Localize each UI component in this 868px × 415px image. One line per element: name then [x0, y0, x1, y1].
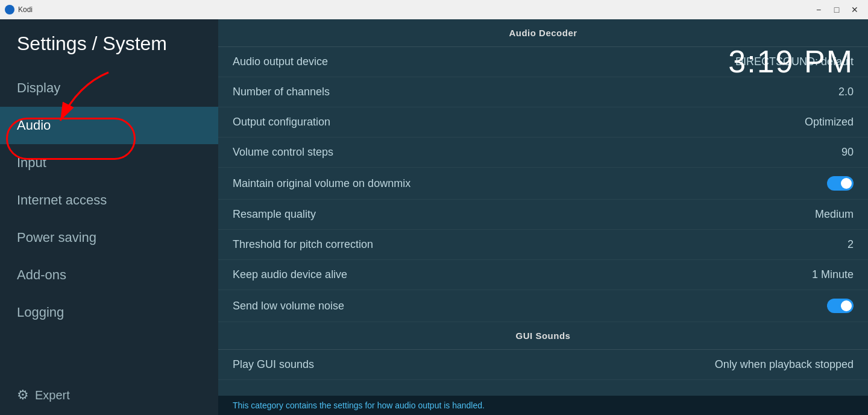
- setting-threshold-pitch-correction[interactable]: Threshold for pitch correction 2: [218, 230, 868, 260]
- setting-label: Audio output device: [233, 55, 328, 68]
- setting-value: 2.0: [838, 86, 854, 98]
- maximize-button[interactable]: □: [828, 3, 845, 16]
- minimize-button[interactable]: −: [810, 3, 827, 16]
- setting-value: 1 Minute: [812, 268, 854, 281]
- setting-label: Volume control steps: [233, 146, 333, 159]
- setting-label: Keep audio device alive: [233, 268, 347, 281]
- window-controls: − □ ✕: [810, 3, 863, 16]
- expert-label: Expert: [35, 388, 70, 402]
- setting-value: Optimized: [805, 116, 854, 128]
- setting-label: Maintain original volume on downmix: [233, 177, 410, 190]
- title-bar: Kodi − □ ✕: [0, 0, 868, 19]
- status-bar: This category contains the settings for …: [218, 396, 868, 415]
- setting-label: Output configuration: [233, 116, 330, 128]
- setting-label: Threshold for pitch correction: [233, 238, 373, 251]
- sidebar-item-power-saving[interactable]: Power saving: [0, 219, 218, 256]
- toggle-send-low-volume[interactable]: [827, 299, 854, 313]
- setting-maintain-original-volume[interactable]: Maintain original volume on downmix: [218, 168, 868, 200]
- expert-button[interactable]: ⚙ Expert: [0, 375, 218, 415]
- section-gui-sounds-header: GUI Sounds: [218, 322, 868, 350]
- setting-value: 2: [848, 238, 854, 251]
- setting-play-gui-sounds[interactable]: Play GUI sounds Only when playback stopp…: [218, 350, 868, 380]
- sidebar-item-add-ons[interactable]: Add-ons: [0, 256, 218, 294]
- setting-label: Play GUI sounds: [233, 358, 314, 371]
- setting-label: Number of channels: [233, 86, 330, 98]
- title-bar-title: Kodi: [18, 5, 33, 14]
- main-container: Settings / System Display Audio Input In…: [0, 19, 868, 415]
- sidebar-item-input[interactable]: Input: [0, 144, 218, 182]
- content-area: 3:19 PM Audio Decoder Audio output devic…: [218, 19, 868, 415]
- setting-value: 90: [841, 146, 854, 159]
- clock: 3:19 PM: [728, 43, 854, 80]
- setting-output-configuration[interactable]: Output configuration Optimized: [218, 107, 868, 138]
- sidebar: Settings / System Display Audio Input In…: [0, 19, 218, 415]
- setting-label: Send low volume noise: [233, 300, 344, 312]
- page-title: Settings / System: [0, 25, 218, 69]
- sidebar-item-logging[interactable]: Logging: [0, 294, 218, 331]
- sidebar-item-internet-access[interactable]: Internet access: [0, 182, 218, 219]
- setting-volume-control-steps[interactable]: Volume control steps 90: [218, 138, 868, 168]
- setting-resample-quality[interactable]: Resample quality Medium: [218, 200, 868, 230]
- gear-icon: ⚙: [17, 387, 29, 403]
- setting-keep-audio-device-alive[interactable]: Keep audio device alive 1 Minute: [218, 260, 868, 290]
- sidebar-item-audio[interactable]: Audio: [0, 107, 218, 144]
- setting-label: Resample quality: [233, 208, 316, 221]
- toggle-maintain-volume[interactable]: [827, 176, 854, 191]
- setting-number-of-channels[interactable]: Number of channels 2.0: [218, 77, 868, 107]
- setting-send-low-volume-noise[interactable]: Send low volume noise: [218, 290, 868, 322]
- title-bar-left: Kodi: [5, 5, 33, 14]
- sidebar-item-display[interactable]: Display: [0, 69, 218, 107]
- app-icon: [5, 5, 14, 14]
- setting-value: Only when playback stopped: [715, 358, 854, 371]
- close-button[interactable]: ✕: [846, 3, 863, 16]
- setting-value: Medium: [815, 208, 854, 221]
